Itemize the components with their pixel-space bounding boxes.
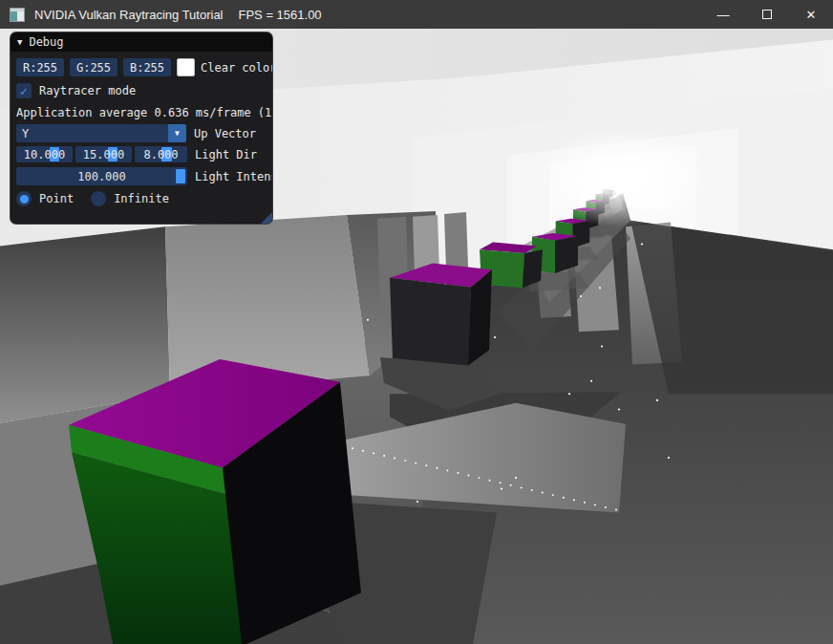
clear-color-b-field[interactable]: B:255 [123, 58, 171, 76]
light-intensity-label: Light Intens [195, 170, 273, 183]
light-intensity-value: 100.000 [77, 170, 126, 183]
scene-glow [532, 126, 714, 226]
light-type-infinite-label: Infinite [114, 192, 169, 205]
slider-grab[interactable] [176, 169, 185, 183]
panel-resize-grip[interactable] [259, 212, 272, 225]
fps-counter: FPS = 1561.00 [239, 8, 322, 22]
scene-middle-cube [380, 264, 506, 411]
up-vector-combo[interactable]: Y ▼ [16, 124, 186, 142]
app-icon [10, 8, 25, 22]
debug-panel: ▼ Debug R:255 G:255 B:255 Clear color ✓ … [10, 32, 273, 225]
debug-panel-title: Debug [29, 35, 63, 49]
combo-arrow-button[interactable]: ▼ [168, 124, 186, 142]
minimize-button[interactable]: — [701, 0, 745, 29]
raytracer-mode-checkbox[interactable]: ✓ [16, 83, 32, 98]
light-type-point-label: Point [39, 192, 74, 205]
light-type-point-radio[interactable] [16, 191, 32, 206]
check-icon: ✓ [20, 84, 28, 98]
close-icon: ✕ [806, 8, 817, 22]
clear-color-g-value: G:255 [76, 61, 111, 75]
radio-dot [20, 195, 29, 204]
close-button[interactable]: ✕ [789, 0, 833, 29]
clear-color-swatch[interactable] [177, 58, 195, 76]
minimize-icon: — [717, 8, 730, 22]
clear-color-label: Clear color [201, 61, 273, 75]
clear-color-r-value: R:255 [23, 61, 57, 75]
clear-color-r-field[interactable]: R:255 [16, 58, 64, 76]
chevron-down-icon: ▼ [175, 129, 180, 138]
window-titlebar: NVIDIA Vulkan Raytracing Tutorial FPS = … [0, 0, 833, 29]
window-title: NVIDIA Vulkan Raytracing Tutorial [34, 8, 224, 22]
collapse-arrow-icon[interactable]: ▼ [17, 37, 22, 47]
light-dir-label: Light Dir [195, 148, 257, 161]
debug-panel-header[interactable]: ▼ Debug [11, 32, 272, 52]
up-vector-label: Up Vector [194, 127, 256, 140]
stats-line: Application average 0.636 ms/frame (15 [16, 106, 273, 119]
light-intensity-slider[interactable]: 100.000 [16, 167, 187, 185]
light-dir-x-drag[interactable]: 10.000 [16, 146, 73, 162]
light-dir-y-value: 15.000 [83, 148, 124, 161]
light-dir-z-value: 8.000 [143, 148, 178, 161]
raytracer-mode-label: Raytracer mode [39, 84, 136, 97]
maximize-icon [762, 10, 772, 19]
clear-color-b-value: B:255 [130, 61, 164, 75]
up-vector-value: Y [22, 127, 29, 140]
light-type-infinite-radio[interactable] [91, 191, 106, 206]
light-dir-y-drag[interactable]: 15.000 [75, 146, 132, 162]
light-dir-x-value: 10.000 [24, 148, 65, 161]
light-dir-z-drag[interactable]: 8.000 [135, 146, 187, 162]
maximize-button[interactable] [745, 0, 789, 29]
clear-color-g-field[interactable]: G:255 [70, 58, 117, 76]
